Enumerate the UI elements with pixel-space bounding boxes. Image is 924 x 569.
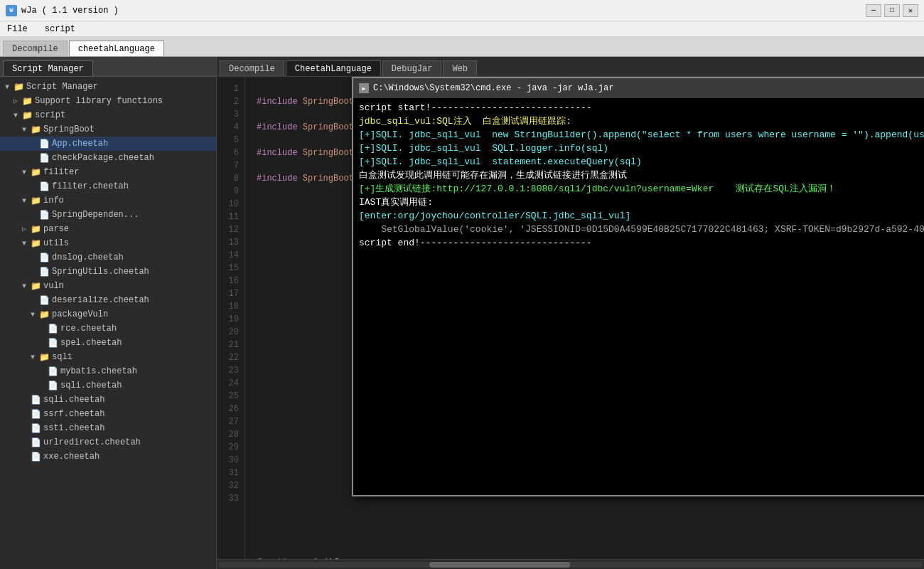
expand-icon: ▼ bbox=[20, 282, 28, 290]
tree-item-springdependen[interactable]: 📄 SpringDependen... bbox=[0, 208, 216, 222]
folder-icon: 📁 bbox=[31, 281, 41, 292]
tree-item-springboot[interactable]: ▼ 📁 SpringBoot bbox=[0, 122, 216, 137]
tree-item-filiter[interactable]: ▼ 📁 filiter bbox=[0, 165, 216, 179]
tree-item-xxe[interactable]: 📄 xxe.cheetah bbox=[0, 450, 216, 464]
window-title: wJa ( 1.1 version ) bbox=[21, 6, 119, 16]
expand-icon: ▼ bbox=[20, 169, 28, 176]
cmd-line-1: script start!---------------------------… bbox=[359, 101, 924, 115]
title-bar-left: W wJa ( 1.1 version ) bbox=[6, 5, 119, 16]
tree-item-ssrf[interactable]: 📄 ssrf.cheetah bbox=[0, 407, 216, 421]
cmd-title: C:\Windows\System32\cmd.exe - java -jar … bbox=[373, 83, 613, 93]
tree-item-script[interactable]: ▼ 📁 script bbox=[0, 108, 216, 122]
code-tab-cheetahlanguage[interactable]: CheetahLanguage bbox=[286, 60, 381, 76]
file-tree: ▼ 📁 Script Manager ▷ 📁 Support library f… bbox=[0, 77, 216, 467]
horizontal-scrollbar-area bbox=[217, 559, 924, 569]
tree-item-mybatis[interactable]: 📄 mybatis.cheetah bbox=[0, 364, 216, 378]
folder-icon: 📁 bbox=[31, 124, 41, 135]
app-icon: W bbox=[6, 5, 17, 16]
sidebar-tab-script-manager[interactable]: Script Manager bbox=[3, 60, 93, 76]
file-icon: 📄 bbox=[48, 366, 58, 377]
expand-icon: ▼ bbox=[11, 112, 20, 119]
minimize-button[interactable]: — bbox=[866, 4, 881, 17]
file-icon: 📄 bbox=[39, 252, 50, 263]
tree-item-ssti[interactable]: 📄 ssti.cheetah bbox=[0, 421, 216, 435]
tree-item-sqli-folder[interactable]: ▼ 📁 sqli bbox=[0, 350, 216, 364]
tree-label: filiter bbox=[43, 167, 79, 177]
tab-cheetahlanguage[interactable]: cheetahLanguage bbox=[69, 41, 164, 56]
tree-item-parse[interactable]: ▷ 📁 parse bbox=[0, 222, 216, 236]
tree-label: script bbox=[35, 110, 65, 120]
expand-icon: ▼ bbox=[20, 126, 28, 134]
file-icon: 📄 bbox=[48, 381, 58, 391]
tree-item-rce[interactable]: 📄 rce.cheetah bbox=[0, 321, 216, 336]
tree-label: Support library functions bbox=[35, 96, 163, 106]
tree-item-deserialize[interactable]: 📄 deserialize.cheetah bbox=[0, 293, 216, 307]
tree-item-support-library[interactable]: ▷ 📁 Support library functions bbox=[0, 94, 216, 108]
folder-icon: 📁 bbox=[22, 110, 33, 121]
tree-item-sqli-cheetah[interactable]: 📄 sqli.cheetah bbox=[0, 393, 216, 407]
tree-item-spel[interactable]: 📄 spel.cheetah bbox=[0, 336, 216, 350]
file-icon: 📄 bbox=[31, 452, 41, 462]
cmd-window: ▶ C:\Windows\System32\cmd.exe - java -ja… bbox=[352, 77, 924, 496]
folder-icon: 📁 bbox=[14, 82, 24, 92]
file-icon: 📄 bbox=[39, 267, 50, 277]
folder-icon: 📁 bbox=[31, 196, 41, 206]
cmd-line-11: script end!-----------------------------… bbox=[359, 236, 924, 250]
file-icon: 📄 bbox=[48, 338, 58, 349]
tree-item-packagevuln[interactable]: ▼ 📁 packageVuln bbox=[0, 307, 216, 321]
title-bar-controls: — □ ✕ bbox=[866, 4, 918, 17]
code-tab-decompile[interactable]: Decompile bbox=[220, 60, 284, 76]
tab-decompile[interactable]: Decompile bbox=[3, 41, 68, 56]
cmd-body: script start!---------------------------… bbox=[353, 98, 924, 495]
tree-label: SpringDependen... bbox=[52, 210, 139, 220]
horizontal-scrollbar[interactable] bbox=[218, 562, 923, 568]
file-icon: 📄 bbox=[31, 423, 41, 434]
main-tabs: Decompile cheetahLanguage bbox=[0, 37, 924, 57]
tree-label: filiter.cheetah bbox=[52, 181, 129, 191]
tree-item-info[interactable]: ▼ 📁 info bbox=[0, 193, 216, 208]
close-button[interactable]: ✕ bbox=[903, 4, 918, 17]
tree-label: utils bbox=[43, 238, 69, 248]
title-bar: W wJa ( 1.1 version ) — □ ✕ bbox=[0, 0, 924, 21]
tree-label: dnslog.cheetah bbox=[52, 252, 124, 262]
code-editor[interactable]: 12345 678910 1112131415 1617181920 21222… bbox=[217, 77, 924, 559]
tree-item-springutils[interactable]: 📄 SpringUtils.cheetah bbox=[0, 265, 216, 279]
tree-label: urlredirect.cheetah bbox=[43, 437, 141, 447]
menu-file[interactable]: File bbox=[3, 23, 32, 36]
code-tab-web[interactable]: Web bbox=[443, 60, 477, 76]
tree-item-app-cheetah[interactable]: 📄 App.cheetah bbox=[0, 137, 216, 151]
tree-item-filiter-cheetah[interactable]: 📄 filiter.cheetah bbox=[0, 179, 216, 193]
tree-label: info bbox=[43, 196, 64, 206]
tree-item-vuln[interactable]: ▼ 📁 vuln bbox=[0, 279, 216, 293]
tree-item-script-manager[interactable]: ▼ 📁 Script Manager bbox=[0, 80, 216, 94]
file-icon: 📄 bbox=[48, 324, 58, 334]
cmd-line-4: [+]SQLI. jdbc_sqli_vul SQLI.logger.info(… bbox=[359, 142, 924, 155]
menu-script[interactable]: script bbox=[41, 23, 80, 36]
expand-icon: ▼ bbox=[3, 83, 11, 91]
file-icon: 📄 bbox=[39, 295, 50, 306]
cmd-line-5: [+]SQLI. jdbc_sqli_vul statement.execute… bbox=[359, 155, 924, 169]
cmd-line-6: 白盒测试发现此调用链可能存在漏洞，生成测试链接进行黑盒测试 bbox=[359, 169, 924, 182]
line-numbers: 12345 678910 1112131415 1617181920 21222… bbox=[217, 77, 245, 559]
expand-icon: ▷ bbox=[20, 225, 28, 233]
tree-item-utils[interactable]: ▼ 📁 utils bbox=[0, 236, 216, 250]
cmd-line-3: [+]SQLI. jdbc_sqli_vul new StringBuilder… bbox=[359, 128, 924, 142]
tree-label: sqli bbox=[52, 352, 72, 362]
main-layout: Script Manager ▼ 📁 Script Manager ▷ 📁 Su… bbox=[0, 57, 924, 569]
code-tab-debugjar[interactable]: DebugJar bbox=[382, 60, 442, 76]
sidebar-tabs: Script Manager bbox=[0, 57, 216, 77]
expand-icon: ▼ bbox=[28, 353, 37, 361]
maximize-button[interactable]: □ bbox=[884, 4, 900, 17]
code-area: Decompile CheetahLanguage DebugJar Web 1… bbox=[217, 57, 924, 569]
tree-label: App.cheetah bbox=[52, 139, 108, 149]
tree-item-sqli-cheetah-inner[interactable]: 📄 sqli.cheetah bbox=[0, 378, 216, 393]
tree-item-checkpackage[interactable]: 📄 checkPackage.cheetah bbox=[0, 151, 216, 165]
tree-label: Script Manager bbox=[26, 82, 98, 92]
tree-item-urlredirect[interactable]: 📄 urlredirect.cheetah bbox=[0, 435, 216, 450]
tree-item-dnslog[interactable]: 📄 dnslog.cheetah bbox=[0, 250, 216, 265]
cmd-line-2: jdbc_sqli_vul:SQL注入 白盒测试调用链跟踪: bbox=[359, 115, 924, 128]
cmd-title-bar: ▶ C:\Windows\System32\cmd.exe - java -ja… bbox=[353, 78, 924, 98]
tree-label: rce.cheetah bbox=[60, 324, 117, 334]
menu-bar: File script bbox=[0, 21, 924, 37]
cmd-line-10: SetGlobalValue('cookie', 'JSESSIONID=0D1… bbox=[359, 223, 924, 236]
